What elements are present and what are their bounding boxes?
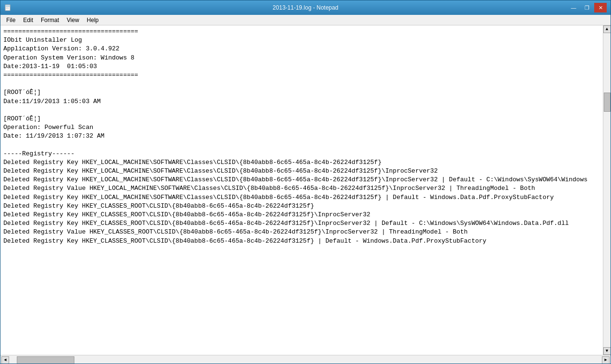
svg-rect-3	[6, 8, 9, 8]
horizontal-scrollbar[interactable]: ◄ ►	[0, 355, 611, 364]
text-editor[interactable]	[0, 25, 603, 355]
title-bar: 2013-11-19.log - Notepad — ❐ ✕	[0, 0, 611, 15]
svg-rect-4	[6, 9, 9, 9]
title-bar-left	[4, 4, 12, 12]
content-area: ▲ ▼	[0, 25, 611, 355]
minimize-button[interactable]: —	[567, 3, 580, 12]
menu-file[interactable]: File	[2, 16, 19, 24]
scroll-right-arrow[interactable]: ►	[602, 356, 610, 364]
window-title: 2013-11-19.log - Notepad	[0, 4, 611, 11]
close-button[interactable]: ✕	[594, 3, 607, 12]
scroll-v-thumb[interactable]	[604, 93, 611, 112]
title-bar-controls: — ❐ ✕	[567, 3, 607, 12]
svg-rect-2	[6, 7, 10, 7]
scroll-left-arrow[interactable]: ◄	[1, 356, 9, 364]
svg-rect-1	[6, 6, 10, 6]
menu-edit[interactable]: Edit	[19, 16, 37, 24]
scroll-up-arrow[interactable]: ▲	[603, 25, 611, 33]
scroll-h-thumb[interactable]	[17, 356, 74, 364]
menu-format[interactable]: Format	[37, 16, 63, 24]
menu-help[interactable]: Help	[83, 16, 103, 24]
scroll-down-arrow[interactable]: ▼	[603, 347, 611, 355]
notepad-icon	[4, 4, 12, 12]
vertical-scrollbar[interactable]: ▲ ▼	[603, 25, 611, 355]
menu-view[interactable]: View	[63, 16, 83, 24]
maximize-button[interactable]: ❐	[581, 3, 593, 12]
menu-bar: File Edit Format View Help	[0, 15, 611, 25]
notepad-window: 2013-11-19.log - Notepad — ❐ ✕ File Edit…	[0, 0, 611, 364]
title-bar-center: 2013-11-19.log - Notepad	[0, 4, 611, 11]
